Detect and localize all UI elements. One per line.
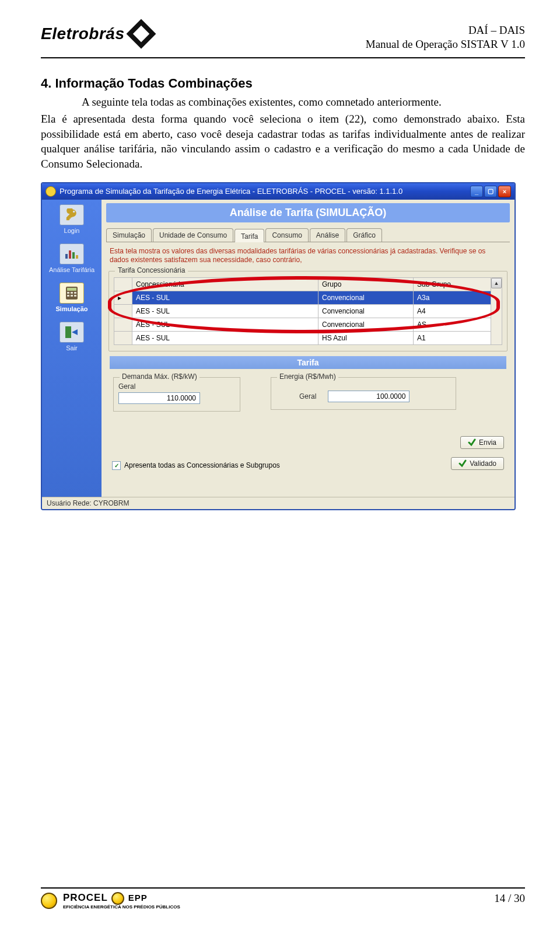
- page-number: 14 / 30: [494, 892, 525, 905]
- section-para-rest: Ela é apresentada desta forma quando voc…: [41, 112, 525, 172]
- cell-concessionaria: AES - SUL: [132, 291, 318, 304]
- svg-rect-11: [74, 295, 76, 297]
- svg-rect-5: [67, 288, 76, 291]
- cell-grupo: Convencional: [318, 304, 414, 318]
- row-selector-icon[interactable]: [114, 318, 132, 331]
- energia-label: Geral: [299, 392, 316, 400]
- sidebar-item-login[interactable]: Login: [44, 204, 99, 234]
- cell-subgrupo: AS: [414, 318, 491, 331]
- grid-header-concessionaria[interactable]: Concessionária: [132, 277, 318, 291]
- svg-rect-9: [67, 295, 69, 297]
- sidebar-item-label: Sair: [66, 344, 78, 351]
- calculator-icon: [60, 283, 84, 304]
- lamp-icon: [41, 893, 57, 909]
- grid-corner: [114, 277, 132, 291]
- validado-button[interactable]: Validado: [451, 457, 504, 470]
- page-footer: PROCEL EPP EFICIÊNCIA ENERGÉTICA NOS PRÉ…: [41, 887, 525, 910]
- check-icon: [468, 438, 476, 447]
- window-maximize-button[interactable]: ▢: [484, 186, 497, 197]
- group-legend: Tarifa Concessionária: [115, 266, 188, 274]
- window-minimize-button[interactable]: _: [470, 186, 483, 197]
- sidebar-item-simulacao[interactable]: Simulação: [44, 283, 99, 312]
- window-close-button[interactable]: ×: [498, 186, 511, 197]
- demanda-input[interactable]: [118, 392, 200, 404]
- cell-concessionaria: AES - SUL: [132, 318, 318, 331]
- app-icon: [46, 186, 56, 197]
- svg-rect-8: [74, 292, 76, 294]
- svg-rect-6: [67, 292, 69, 294]
- grid-header-grupo[interactable]: Grupo: [318, 277, 414, 291]
- svg-rect-3: [76, 255, 78, 259]
- svg-rect-7: [71, 292, 73, 294]
- validado-label: Validado: [470, 459, 496, 468]
- scroll-up-icon[interactable]: ▲: [491, 278, 502, 288]
- grid-scrollbar[interactable]: ▲: [491, 277, 502, 344]
- chart-icon: [60, 243, 84, 264]
- row-selector-icon[interactable]: [114, 331, 132, 344]
- sidebar-item-label: Simulação: [55, 305, 88, 312]
- lamp-icon: [111, 892, 124, 905]
- footer-divider: [41, 887, 525, 889]
- exit-icon: [60, 322, 84, 343]
- page-header: Eletrobrás DAÍ – DAIS Manual de Operação…: [41, 23, 525, 51]
- table-row[interactable]: AES - SUL Convencional A4: [114, 304, 502, 318]
- header-right: DAÍ – DAIS Manual de Operação SISTAR V 1…: [366, 23, 525, 51]
- tab-consumo[interactable]: Consumo: [265, 228, 308, 242]
- energia-input[interactable]: [328, 391, 410, 402]
- svg-rect-12: [65, 326, 71, 338]
- section-para-first: A seguinte tela todas as combinações exi…: [41, 95, 525, 110]
- svg-rect-0: [65, 254, 68, 259]
- sidebar-item-sair[interactable]: Sair: [44, 322, 99, 351]
- cell-grupo: Convencional: [318, 291, 414, 304]
- header-line-2: Manual de Operação SISTAR V 1.0: [366, 37, 525, 51]
- statusbar: Usuário Rede: CYROBRM: [42, 497, 514, 509]
- energia-legend: Energia (R$/Mwh): [277, 372, 338, 381]
- cell-subgrupo: A1: [414, 331, 491, 344]
- row-selector-icon[interactable]: [114, 304, 132, 318]
- show-all-checkbox[interactable]: ✓ Apresenta todas as Concessionárias e S…: [112, 461, 280, 470]
- procel-text: PROCEL EPP EFICIÊNCIA ENERGÉTICA NOS PRÉ…: [63, 892, 180, 910]
- logo-mark-icon: [126, 19, 156, 49]
- datagrid[interactable]: Concessionária Grupo Sub Grupo ▲ ▸ AES -…: [114, 277, 502, 345]
- table-row[interactable]: AES - SUL HS Azul A1: [114, 331, 502, 344]
- row-selector-icon[interactable]: ▸: [114, 291, 132, 304]
- tab-help-text: Esta tela mostra os valores das diversas…: [106, 242, 510, 267]
- svg-rect-2: [72, 252, 75, 259]
- tarifa-subheader: Tarifa: [110, 356, 506, 369]
- header-divider: [41, 57, 525, 58]
- group-demanda: Demanda Máx. (R$/kW) Geral: [113, 377, 240, 412]
- eletrobras-logo: Eletrobrás: [41, 23, 152, 44]
- procel-logo: PROCEL EPP EFICIÊNCIA ENERGÉTICA NOS PRÉ…: [41, 892, 180, 910]
- table-row[interactable]: ▸ AES - SUL Convencional A3a: [114, 291, 502, 304]
- tab-grafico[interactable]: Gráfico: [346, 228, 382, 242]
- app-window: Programa de Simulação da Tarifação de En…: [41, 182, 516, 510]
- tabstrip: Simulação Unidade de Consumo Tarifa Cons…: [106, 228, 510, 242]
- grid-header-subgrupo[interactable]: Sub Grupo: [414, 277, 491, 291]
- titlebar[interactable]: Programa de Simulação da Tarifação de En…: [42, 183, 514, 200]
- main-panel: Análise de Tarifa (SIMULAÇÃO) Simulação …: [102, 200, 514, 497]
- svg-rect-10: [71, 295, 73, 297]
- header-line-1: DAÍ – DAIS: [366, 23, 525, 37]
- main-title: Análise de Tarifa (SIMULAÇÃO): [106, 203, 510, 222]
- tab-simulacao[interactable]: Simulação: [106, 228, 152, 242]
- sidebar: Login Análise Tarifária Simulação: [42, 200, 102, 497]
- checkbox-icon[interactable]: ✓: [112, 461, 121, 470]
- envia-button[interactable]: Envia: [460, 436, 504, 449]
- cell-subgrupo: A3a: [414, 291, 491, 304]
- statusbar-text: Usuário Rede: CYROBRM: [47, 499, 129, 507]
- check-icon: [459, 459, 467, 468]
- tab-analise[interactable]: Análise: [310, 228, 345, 242]
- cell-concessionaria: AES - SUL: [132, 304, 318, 318]
- sidebar-item-analise[interactable]: Análise Tarifária: [44, 243, 99, 273]
- tab-tarifa[interactable]: Tarifa: [235, 229, 264, 242]
- grid-wrap: Concessionária Grupo Sub Grupo ▲ ▸ AES -…: [114, 277, 502, 345]
- group-energia: Energia (R$/Mwh) Geral: [271, 377, 456, 410]
- tab-unidade-consumo[interactable]: Unidade de Consumo: [153, 228, 233, 242]
- procel-name: PROCEL: [63, 892, 108, 903]
- cell-grupo: HS Azul: [318, 331, 414, 344]
- svg-rect-1: [69, 250, 71, 259]
- table-row[interactable]: AES - SUL Convencional AS: [114, 318, 502, 331]
- demanda-legend: Demanda Máx. (R$/kW): [120, 372, 200, 381]
- cell-grupo: Convencional: [318, 318, 414, 331]
- group-tarifa-concessionaria: Tarifa Concessionária Concessionária Gru…: [108, 271, 508, 351]
